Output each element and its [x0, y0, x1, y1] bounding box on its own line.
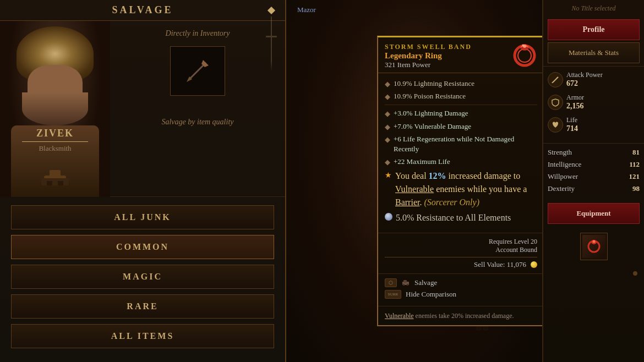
stat-diamond-icon: ◆: [385, 158, 390, 167]
npc-area: ZIVEK Blacksmith: [0, 21, 285, 197]
npc-name: ZIVEK: [0, 128, 110, 139]
svg-rect-26: [403, 284, 405, 286]
star-icon: ★: [385, 171, 392, 180]
svg-rect-13: [47, 181, 52, 185]
pickaxe-icon: [184, 57, 211, 85]
stat-text: +7.0% Vulnerable Damage: [394, 122, 471, 131]
strength-row: Strength 81: [548, 148, 640, 157]
armor-label: Armor: [566, 94, 584, 102]
dexterity-value: 98: [632, 184, 640, 193]
orb-icon: [385, 213, 392, 221]
salvage-key-icon: ⬡: [385, 278, 397, 287]
common-button[interactable]: COMMON: [11, 235, 274, 259]
item-tooltip-header: STORM SWELL BAND Legendary Ring 321 Item…: [378, 37, 544, 73]
stat-diamond-icon: ◆: [385, 109, 390, 118]
intelligence-label: Intelligence: [548, 160, 581, 169]
tooltip-actions: ⬡ Salvage SURR Hide Comparison: [378, 273, 544, 306]
life-label: Life: [566, 116, 578, 124]
stat-lightning-resist: ◆ 10.9% Lightning Resistance: [385, 79, 537, 89]
life-info: Life 714: [566, 116, 578, 133]
salvage-action-label: Salvage: [414, 278, 437, 287]
stat-text: +3.0% Lightning Damage: [394, 108, 468, 118]
profile-button[interactable]: Profile: [548, 19, 640, 40]
no-title-text: No Title selected: [543, 0, 644, 17]
armor-value: 2,156: [566, 102, 584, 111]
footer-divider: [385, 257, 537, 257]
comparison-action-label: Hide Comparison: [406, 290, 456, 299]
life-stat: Life 714: [548, 116, 640, 133]
anvil-icon: [39, 164, 72, 189]
inventory-box[interactable]: [170, 46, 225, 96]
item-tooltip: STORM SWELL BAND Legendary Ring 321 Item…: [377, 36, 545, 326]
npc-name-divider: [22, 141, 88, 142]
all-items-button[interactable]: ALL ITEMS: [11, 324, 274, 348]
stat-diamond-icon: ◆: [385, 123, 390, 131]
svg-point-20: [518, 49, 531, 62]
attack-power-value: 672: [566, 79, 603, 88]
armor-info: Armor 2,156: [566, 94, 584, 111]
willpower-row: Willpower 121: [548, 172, 640, 181]
stat-diamond-icon: ◆: [385, 135, 390, 144]
stat-poison-resist: ◆ 10.9% Poison Resistance: [385, 91, 537, 101]
svg-line-30: [552, 82, 553, 83]
svg-rect-14: [58, 181, 63, 185]
orb-stat-row: 5.0% Resistance to All Elements: [385, 212, 537, 224]
salvage-action: ⬡ Salvage: [385, 278, 537, 287]
materials-stats-button[interactable]: Materials & Stats: [548, 42, 640, 63]
attack-power-info: Attack Power 672: [566, 71, 603, 88]
svg-point-33: [592, 240, 595, 243]
magic-button[interactable]: MAGIC: [11, 265, 274, 289]
strength-label: Strength: [548, 148, 572, 157]
attack-power-label: Attack Power: [566, 71, 603, 79]
tooltip-tip: Vulnerable enemies take 20% increased da…: [378, 306, 544, 325]
gold-icon: [531, 261, 537, 268]
strength-value: 81: [632, 148, 640, 157]
quality-label: Salvage by item quality: [161, 118, 233, 127]
rare-button[interactable]: RARE: [11, 294, 274, 319]
life-icon: [548, 117, 563, 133]
equipment-button[interactable]: Equipment: [548, 203, 640, 224]
anvil-small-icon: [401, 279, 410, 287]
scroll-indicator: [543, 267, 644, 280]
stats-divider: [385, 105, 537, 105]
salvage-panel: SALVAGE ZIVEK Blacksmith: [0, 0, 286, 362]
stat-text: +6 Life Regeneration while Not Damaged R…: [394, 134, 537, 154]
svg-marker-16: [271, 61, 272, 72]
title-diamond-icon: [268, 6, 275, 14]
scroll-dot: [633, 271, 637, 276]
sell-value: Sell Value: 11,076: [385, 260, 537, 269]
life-value: 714: [566, 124, 578, 133]
ring-icon: [511, 42, 538, 69]
tip-highlight: Vulnerable: [385, 312, 414, 320]
inventory-label: Directly in Inventory: [166, 29, 230, 38]
legendary-stat-text: You deal 12% increased damage to Vulnera…: [395, 169, 537, 209]
equipment-slots: [543, 226, 644, 267]
willpower-value: 121: [629, 172, 640, 181]
stat-text: +22 Maximum Life: [394, 157, 450, 167]
willpower-label: Willpower: [548, 172, 578, 181]
dexterity-row: Dexterity 98: [548, 184, 640, 193]
attributes-section: Strength 81 Intelligence 112 Willpower 1…: [543, 143, 644, 201]
heart-small-icon: [551, 120, 560, 129]
stat-life-regen: ◆ +6 Life Regeneration while Not Damaged…: [385, 134, 537, 154]
shield-small-icon: [551, 98, 560, 107]
svg-rect-11: [41, 178, 69, 185]
salvage-title-bar: SALVAGE: [0, 0, 285, 21]
svg-rect-17: [266, 36, 277, 37]
ring-slot-icon: [586, 238, 602, 255]
account-bound: Account Bound: [385, 246, 537, 254]
sword-decoration: [266, 17, 277, 74]
stat-text: 10.9% Lightning Resistance: [394, 79, 474, 89]
surr-key-icon: SURR: [385, 290, 401, 299]
equipment-slot-1[interactable]: [580, 233, 608, 260]
stat-lightning-dmg: ◆ +3.0% Lightning Damage: [385, 108, 537, 118]
inventory-section: Directly in Inventory Salvage by item qu…: [110, 21, 285, 196]
orb-stat-text: 5.0% Resistance to All Elements: [396, 212, 511, 224]
stat-max-life: ◆ +22 Maximum Life: [385, 157, 537, 167]
attack-power-stat: Attack Power 672: [548, 71, 640, 88]
npc-name-section: ZIVEK Blacksmith: [0, 128, 110, 153]
stat-diamond-icon: ◆: [385, 92, 390, 101]
npc-beard: [22, 92, 88, 125]
npc-portrait: ZIVEK Blacksmith: [0, 21, 110, 197]
all-junk-button[interactable]: ALL JUNK: [11, 205, 274, 229]
